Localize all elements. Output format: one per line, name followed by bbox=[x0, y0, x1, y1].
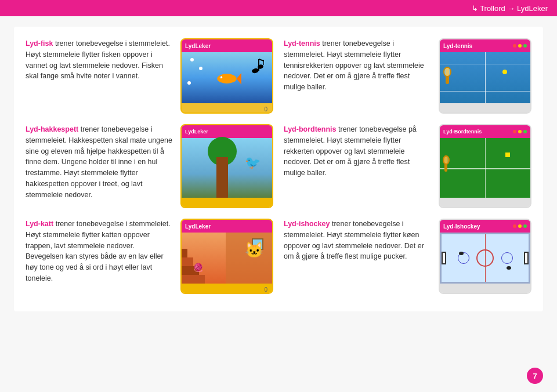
main-content: Lyd-fisk trener tonebevegelse i stemmele… bbox=[14, 27, 543, 311]
rink-goal-right bbox=[524, 252, 529, 264]
breadcrumb-part1: Trollord bbox=[480, 4, 505, 13]
game-footer-katt: 0 bbox=[182, 284, 272, 294]
note-icon bbox=[251, 57, 264, 74]
rink-right-circle bbox=[501, 252, 513, 264]
breadcrumb-arrow: ↳ bbox=[472, 4, 478, 13]
woodpecker-icon: 🐦 bbox=[245, 155, 261, 170]
card-lyd-hakkespett-title: Lyd-hakkespett bbox=[26, 125, 78, 133]
note-dot2 bbox=[199, 67, 202, 70]
dot-green-bordtennis bbox=[523, 130, 527, 133]
card-lyd-bordtennis-title: Lyd-bordtennis bbox=[284, 125, 337, 133]
card-lyd-hakkespett: Lyd-hakkespett trener tonebevegelse i st… bbox=[26, 124, 273, 208]
tennis-court bbox=[440, 52, 530, 103]
game-footer-tennis bbox=[440, 103, 530, 114]
card-lyd-katt: Lyd-katt trener tonebevegelse i stemmele… bbox=[26, 219, 273, 294]
game-body-tennis bbox=[440, 52, 530, 103]
cat-icon: 🐱 bbox=[245, 241, 263, 259]
tree-trunk bbox=[216, 157, 228, 198]
score-katt: 0 bbox=[264, 286, 267, 293]
game-footer-bordtennis bbox=[440, 198, 530, 208]
dot-green-tennis bbox=[523, 44, 527, 48]
breadcrumb: ↳ Trollord → LydLeker bbox=[472, 4, 548, 13]
game-footer-fisk: 0 bbox=[182, 103, 272, 114]
svg-marker-1 bbox=[237, 73, 241, 85]
page-number: 7 bbox=[527, 368, 543, 384]
rink-goal-left bbox=[442, 252, 446, 264]
card-lyd-tennis-title: Lyd-tennis bbox=[284, 39, 320, 48]
game-footer-hakkespett bbox=[182, 198, 272, 208]
traffic-dots-tennis bbox=[513, 44, 527, 48]
traffic-dots-ishockey bbox=[513, 224, 527, 228]
note-dot1 bbox=[190, 58, 194, 61]
card-lyd-katt-text: Lyd-katt trener tonebevegelse i stemmele… bbox=[26, 219, 173, 294]
table-vline bbox=[485, 138, 486, 198]
card-lyd-katt-desc: trener tonebevegelse i stemmeleiet. Høyt… bbox=[26, 220, 171, 282]
card-lyd-katt-image: LydLeker 🐱 🧶 0 bbox=[180, 219, 273, 294]
game-body-fisk bbox=[182, 52, 272, 103]
traffic-dots-bordtennis bbox=[513, 130, 527, 133]
card-lyd-bordtennis-image: Lyd-Bordtennis bbox=[439, 124, 531, 208]
svg-point-4 bbox=[251, 68, 259, 74]
racket-bt-head bbox=[443, 155, 450, 165]
game-body-ishockey bbox=[440, 233, 530, 284]
racket-head bbox=[443, 67, 451, 77]
note-dot3 bbox=[187, 81, 191, 85]
court-line-bottom bbox=[440, 91, 530, 92]
game-header-hakkespett: LydLeker bbox=[182, 125, 272, 138]
card-lyd-tennis-image: Lyd-tennis bbox=[439, 38, 531, 114]
svg-point-8 bbox=[257, 64, 263, 69]
card-lyd-bordtennis-text: Lyd-bordtennis trener tonebevegelse på s… bbox=[284, 124, 432, 208]
card-lyd-ishockey: Lyd-ishockey trener tonebevegelse i stem… bbox=[284, 219, 531, 294]
fish-icon bbox=[212, 66, 241, 89]
racket bbox=[446, 67, 449, 84]
breadcrumb-part2: LydLeker bbox=[517, 4, 548, 13]
dot-yellow-tennis bbox=[518, 44, 522, 48]
ball-katt-icon: 🧶 bbox=[193, 263, 203, 272]
rink-center-circle bbox=[476, 249, 494, 267]
card-lyd-fisk-title: Lyd-fisk bbox=[26, 39, 53, 48]
card-lyd-hakkespett-text: Lyd-hakkespett trener tonebevegelse i st… bbox=[26, 124, 173, 208]
card-lyd-katt-title: Lyd-katt bbox=[26, 220, 53, 228]
game-body-hakkespett: 🐦 bbox=[182, 138, 272, 198]
game-footer-ishockey bbox=[440, 284, 530, 294]
card-lyd-fisk-image: LydLeker bbox=[180, 38, 273, 114]
puck1 bbox=[459, 252, 464, 255]
dot-red-ishockey bbox=[513, 224, 516, 228]
game-name-fisk: LydLeker bbox=[185, 43, 211, 49]
puck2 bbox=[507, 266, 511, 270]
game-header-bordtennis: Lyd-Bordtennis bbox=[440, 125, 530, 138]
hockey-rink bbox=[440, 233, 530, 284]
card-lyd-hakkespett-image: LydLeker 🐦 bbox=[180, 124, 273, 208]
game-name-bordtennis: Lyd-Bordtennis bbox=[443, 129, 482, 135]
card-lyd-ishockey-text: Lyd-ishockey trener tonebevegelse i stem… bbox=[284, 219, 432, 294]
game-header-tennis: Lyd-tennis bbox=[440, 39, 530, 52]
card-lyd-tennis: Lyd-tennis trener tonebevegelse i stemme… bbox=[284, 38, 531, 114]
tennis-ball bbox=[502, 70, 507, 74]
dot-yellow-bordtennis bbox=[518, 130, 522, 133]
racket-bt bbox=[444, 155, 447, 172]
top-bar: ↳ Trollord → LydLeker bbox=[0, 0, 557, 16]
card-lyd-ishockey-image: Lyd-Ishockey bbox=[439, 219, 531, 294]
svg-line-6 bbox=[259, 59, 264, 61]
ball-bt bbox=[505, 153, 510, 157]
game-name-ishockey: Lyd-Ishockey bbox=[443, 223, 480, 230]
dot-red-bordtennis bbox=[513, 130, 516, 133]
stair4 bbox=[182, 249, 187, 257]
tennis-net bbox=[485, 52, 486, 103]
card-lyd-fisk: Lyd-fisk trener tonebevegelse i stemmele… bbox=[26, 38, 273, 114]
game-header-fisk: LydLeker bbox=[182, 39, 272, 52]
game-body-bordtennis bbox=[440, 138, 530, 198]
dot-green-ishockey bbox=[523, 224, 527, 228]
card-lyd-fisk-text: Lyd-fisk trener tonebevegelse i stemmele… bbox=[26, 38, 173, 114]
dot-red-tennis bbox=[513, 44, 516, 48]
stair1 bbox=[182, 275, 205, 284]
game-header-katt: LydLeker bbox=[182, 220, 272, 233]
dot-yellow-ishockey bbox=[518, 224, 522, 228]
game-name-tennis: Lyd-tennis bbox=[443, 43, 472, 49]
cards-grid: Lyd-fisk trener tonebevegelse i stemmele… bbox=[26, 38, 531, 294]
game-header-ishockey: Lyd-Ishockey bbox=[440, 220, 530, 233]
court-line-top bbox=[440, 64, 530, 64]
svg-point-0 bbox=[217, 74, 236, 84]
game-name-katt: LydLeker bbox=[185, 223, 211, 230]
card-lyd-ishockey-title: Lyd-ishockey bbox=[284, 220, 330, 228]
